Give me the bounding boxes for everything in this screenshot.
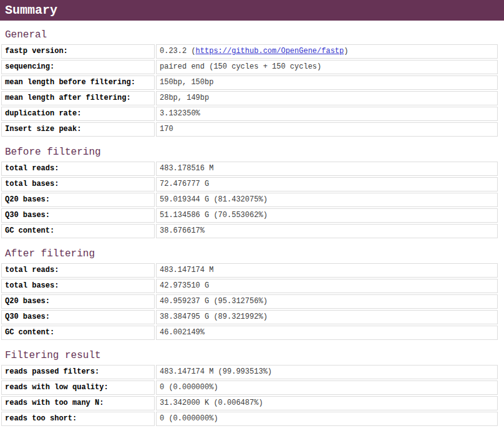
row-label: total reads:	[1, 263, 155, 278]
row-value: 483.178516 M	[156, 162, 498, 176]
row-value: 483.147174 M	[156, 263, 498, 278]
table-row: duplication rate: 3.132350%	[1, 107, 498, 121]
summary-sections: General fastp version: 0.23.2 (https://g…	[0, 27, 504, 427]
row-label: mean length after filtering:	[1, 91, 155, 105]
summary-table-before-filtering: total reads: 483.178516 M total bases: 7…	[0, 160, 499, 240]
subsection: After filtering total reads: 483.147174 …	[0, 246, 504, 341]
row-label: Q30 bases:	[1, 310, 155, 324]
row-label: duplication rate:	[1, 107, 155, 121]
row-label: reads with low quality:	[1, 380, 155, 395]
row-label: mean length before filtering:	[1, 75, 155, 90]
row-value: 0 (0.000000%)	[156, 412, 498, 426]
table-row: Q20 bases: 59.019344 G (81.432075%)	[1, 193, 498, 207]
subsection: General fastp version: 0.23.2 (https://g…	[0, 27, 504, 138]
table-row: reads passed filters: 483.147174 M (99.9…	[1, 365, 498, 379]
summary-table-general: fastp version: 0.23.2 (https://github.co…	[0, 43, 499, 138]
summary-table-after-filtering: total reads: 483.147174 M total bases: 4…	[0, 262, 499, 341]
row-label: total bases:	[1, 177, 155, 191]
table-row: GC content: 38.676617%	[1, 224, 498, 238]
fastp-github-link[interactable]: https://github.com/OpenGene/fastp	[196, 47, 344, 56]
row-label: total bases:	[1, 279, 155, 293]
row-label: GC content:	[1, 326, 155, 340]
summary-table-filtering-result: reads passed filters: 483.147174 M (99.9…	[0, 364, 499, 427]
subsection: Before filtering total reads: 483.178516…	[0, 144, 504, 240]
table-row: sequencing: paired end (150 cycles + 150…	[1, 60, 498, 74]
table-row: total bases: 42.973510 G	[1, 279, 498, 293]
subsection-title-general: General	[0, 27, 504, 43]
row-value: 170	[156, 122, 498, 137]
subsection: Filtering result reads passed filters: 4…	[0, 347, 504, 427]
subsection-title-before-filtering: Before filtering	[0, 144, 504, 160]
subsection-title-filtering-result: Filtering result	[0, 347, 504, 364]
row-label: reads too short:	[1, 412, 155, 426]
table-row: GC content: 46.002149%	[1, 326, 498, 340]
row-label: reads passed filters:	[1, 365, 155, 379]
row-value: 59.019344 G (81.432075%)	[156, 193, 498, 207]
row-value: 31.342000 K (0.006487%)	[156, 396, 498, 410]
row-value: paired end (150 cycles + 150 cycles)	[156, 60, 498, 74]
row-value: 72.476777 G	[156, 177, 498, 191]
row-label: Insert size peak:	[1, 122, 155, 137]
table-row: total reads: 483.147174 M	[1, 263, 498, 278]
subsection-title-after-filtering: After filtering	[0, 246, 504, 262]
table-row: Q20 bases: 40.959237 G (95.312756%)	[1, 294, 498, 309]
row-value: 483.147174 M (99.993513%)	[156, 365, 498, 379]
row-label: Q20 bases:	[1, 294, 155, 309]
row-label: reads with too many N:	[1, 396, 155, 410]
row-label: sequencing:	[1, 60, 155, 74]
row-value: 3.132350%	[156, 107, 498, 121]
row-value: 38.676617%	[156, 224, 498, 238]
fastp-summary-report: Summary General fastp version: 0.23.2 (h…	[0, 0, 504, 427]
row-value: 40.959237 G (95.312756%)	[156, 294, 498, 309]
row-value: 51.134586 G (70.553062%)	[156, 208, 498, 223]
row-label: total reads:	[1, 162, 155, 176]
row-value: 28bp, 149bp	[156, 91, 498, 105]
row-label: Q20 bases:	[1, 193, 155, 207]
table-row: total bases: 72.476777 G	[1, 177, 498, 191]
table-row: reads with too many N: 31.342000 K (0.00…	[1, 396, 498, 410]
row-label: Q30 bases:	[1, 208, 155, 223]
table-row: Q30 bases: 51.134586 G (70.553062%)	[1, 208, 498, 223]
row-label: GC content:	[1, 224, 155, 238]
row-value: 42.973510 G	[156, 279, 498, 293]
table-row: mean length after filtering: 28bp, 149bp	[1, 91, 498, 105]
row-value: 0.23.2 (https://github.com/OpenGene/fast…	[156, 44, 498, 59]
row-value: 38.384795 G (89.321992%)	[156, 310, 498, 324]
table-row: fastp version: 0.23.2 (https://github.co…	[1, 44, 498, 59]
table-row: Insert size peak: 170	[1, 122, 498, 137]
table-row: Q30 bases: 38.384795 G (89.321992%)	[1, 310, 498, 324]
row-value: 0 (0.000000%)	[156, 380, 498, 395]
table-row: reads too short: 0 (0.000000%)	[1, 412, 498, 426]
table-row: reads with low quality: 0 (0.000000%)	[1, 380, 498, 395]
table-row: mean length before filtering: 150bp, 150…	[1, 75, 498, 90]
table-row: total reads: 483.178516 M	[1, 162, 498, 176]
section-title-summary: Summary	[0, 0, 504, 21]
row-label: fastp version:	[1, 44, 155, 59]
row-value: 150bp, 150bp	[156, 75, 498, 90]
row-value: 46.002149%	[156, 326, 498, 340]
